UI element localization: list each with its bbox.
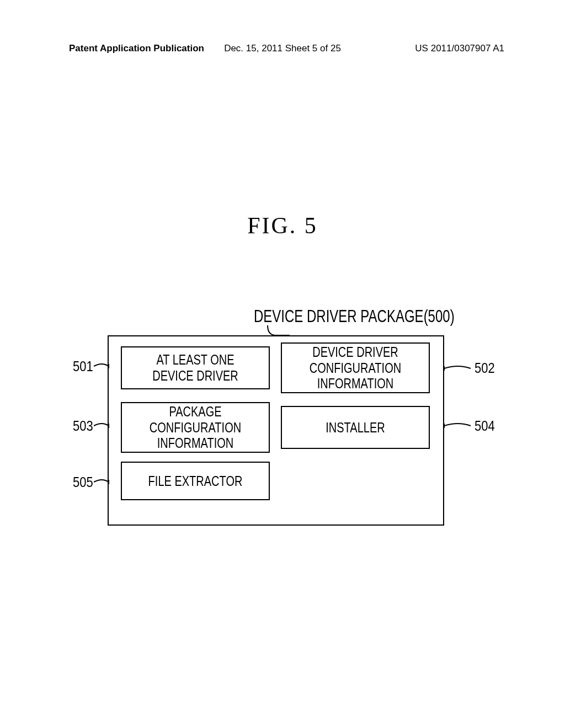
ref-505: 505 <box>73 474 93 491</box>
leader-501 <box>94 363 110 370</box>
box-installer: INSTALLER <box>281 406 430 449</box>
row-3: FILE EXTRACTOR <box>121 462 431 500</box>
package-label: DEVICE DRIVER PACKAGE(500) <box>254 307 455 326</box>
box-file-extractor: FILE EXTRACTOR <box>121 462 270 500</box>
leader-502 <box>444 365 472 372</box>
box-device-driver: AT LEAST ONEDEVICE DRIVER <box>121 346 270 389</box>
ref-502: 502 <box>475 360 495 377</box>
header-publication-number: US 2011/0307907 A1 <box>415 43 504 54</box>
leader-505 <box>94 479 110 485</box>
box-installer-label: INSTALLER <box>326 420 385 436</box>
header-date-sheet: Dec. 15, 2011 Sheet 5 of 25 <box>224 43 341 54</box>
box-file-extractor-label: FILE EXTRACTOR <box>148 473 243 489</box>
ref-503: 503 <box>73 417 93 435</box>
box-package-config: PACKAGECONFIGURATIONINFORMATION <box>121 402 270 453</box>
header-publication-type: Patent Application Publication <box>69 43 204 54</box>
leader-503 <box>94 422 110 429</box>
box-driver-config: DEVICE DRIVERCONFIGURATIONINFORMATION <box>281 342 430 393</box>
ref-504: 504 <box>475 417 495 435</box>
box-package-config-label: PACKAGECONFIGURATIONINFORMATION <box>150 404 241 451</box>
box-driver-config-label: DEVICE DRIVERCONFIGURATIONINFORMATION <box>310 344 401 392</box>
box-device-driver-label: AT LEAST ONEDEVICE DRIVER <box>152 352 238 384</box>
row-2: PACKAGECONFIGURATIONINFORMATION INSTALLE… <box>121 402 431 453</box>
page-header: Patent Application Publication Dec. 15, … <box>0 43 565 54</box>
ref-501: 501 <box>73 358 93 375</box>
package-container: AT LEAST ONEDEVICE DRIVER DEVICE DRIVERC… <box>108 335 444 526</box>
figure-title: FIG. 5 <box>247 212 318 239</box>
row-1: AT LEAST ONEDEVICE DRIVER DEVICE DRIVERC… <box>121 346 431 393</box>
leader-504 <box>444 422 472 429</box>
